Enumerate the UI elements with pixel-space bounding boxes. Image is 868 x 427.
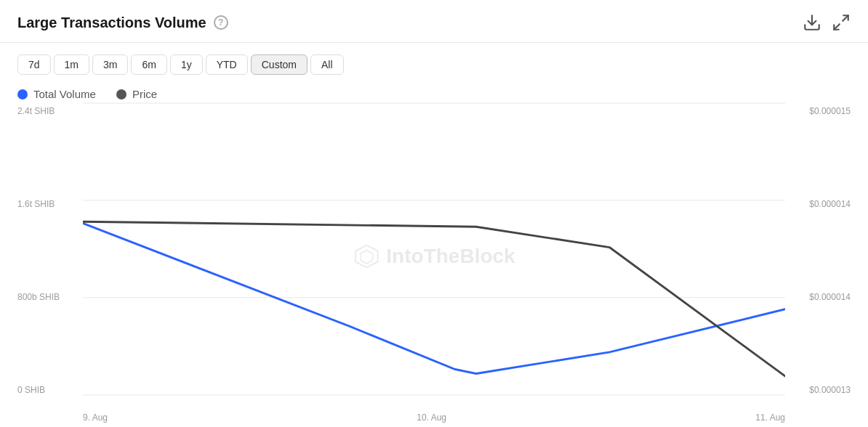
x-label: 10. Aug bbox=[417, 412, 446, 423]
y-axis-left: 2.4t SHIB1.6t SHIB800b SHIB0 SHIB bbox=[17, 103, 83, 410]
y-left-label: 0 SHIB bbox=[17, 385, 45, 395]
y-right-label: $0.000014 bbox=[809, 292, 851, 302]
page-title: Large Transactions Volume bbox=[17, 15, 206, 31]
chart-svg: IntoTheBlock bbox=[83, 103, 785, 410]
legend-label-1: Price bbox=[132, 88, 157, 100]
header-right bbox=[803, 13, 851, 32]
svg-line-2 bbox=[834, 24, 840, 30]
header: Large Transactions Volume ? bbox=[0, 0, 868, 43]
y-left-label: 2.4t SHIB bbox=[17, 106, 55, 116]
time-btn-custom[interactable]: Custom bbox=[251, 54, 308, 75]
time-btn-1y[interactable]: 1y bbox=[170, 54, 203, 75]
expand-button[interactable] bbox=[832, 13, 851, 32]
y-left-label: 1.6t SHIB bbox=[17, 199, 55, 209]
legend-item-1: Price bbox=[116, 88, 157, 100]
time-btn-1m[interactable]: 1m bbox=[54, 54, 89, 75]
time-btn-6m[interactable]: 6m bbox=[131, 54, 166, 75]
time-controls: 7d1m3m6m1yYTDCustomAll bbox=[0, 43, 868, 82]
legend-label-0: Total Volume bbox=[33, 88, 96, 100]
chart-area: 2.4t SHIB1.6t SHIB800b SHIB0 SHIB bbox=[0, 103, 868, 427]
chart-lines-svg bbox=[83, 103, 785, 395]
legend-dot-0 bbox=[17, 89, 28, 99]
chart-legend: Total VolumePrice bbox=[0, 82, 868, 103]
legend-item-0: Total Volume bbox=[17, 88, 96, 100]
help-icon[interactable]: ? bbox=[214, 15, 228, 30]
x-axis: 9. Aug10. Aug11. Aug bbox=[83, 410, 785, 427]
y-right-label: $0.000013 bbox=[809, 385, 851, 395]
y-right-label: $0.000015 bbox=[809, 106, 851, 116]
time-btn-7d[interactable]: 7d bbox=[17, 54, 51, 75]
header-left: Large Transactions Volume ? bbox=[17, 15, 228, 31]
time-btn-ytd[interactable]: YTD bbox=[206, 54, 248, 75]
main-container: Large Transactions Volume ? bbox=[0, 0, 868, 427]
time-btn-3m[interactable]: 3m bbox=[92, 54, 128, 75]
download-button[interactable] bbox=[803, 13, 821, 32]
time-btn-all[interactable]: All bbox=[310, 54, 344, 75]
y-axis-right: $0.000015$0.000014$0.000014$0.000013 bbox=[785, 103, 851, 410]
y-left-label: 800b SHIB bbox=[17, 292, 60, 302]
legend-dot-1 bbox=[116, 89, 126, 99]
x-label: 9. Aug bbox=[83, 412, 108, 423]
x-label: 11. Aug bbox=[755, 412, 785, 423]
chart-inner: 2.4t SHIB1.6t SHIB800b SHIB0 SHIB bbox=[17, 103, 851, 410]
price-line bbox=[83, 221, 785, 376]
y-right-label: $0.000014 bbox=[809, 199, 851, 209]
svg-line-1 bbox=[843, 15, 848, 21]
